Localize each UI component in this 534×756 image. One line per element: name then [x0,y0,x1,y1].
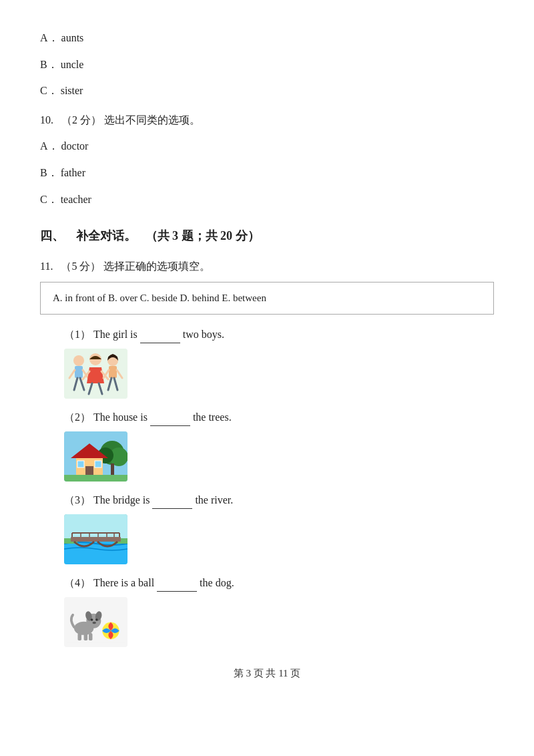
option-label: A． [40,32,59,43]
option-label: A． [40,140,59,152]
svg-rect-27 [77,461,84,467]
option-text: father [61,167,85,178]
option-text: teacher [61,194,91,205]
svg-point-1 [73,355,84,366]
question-score: （2 分） [61,114,101,126]
option-10a: A． doctor [40,138,494,155]
svg-rect-2 [75,366,83,378]
option-label: B． [40,167,58,178]
answer-options-box: A. in front of B. over C. beside D. behi… [40,282,494,315]
svg-rect-23 [111,463,114,476]
footer-text: 第 3 页 共 11 页 [234,668,301,679]
question-number: 10. [40,114,53,126]
question-score: （5 分） [61,260,101,272]
svg-point-50 [92,622,95,624]
sub-question-1: （1） The girl is two boys. [64,325,494,343]
sub-q-text-after: the dog. [200,577,234,588]
sub-question-2: （2） The house is the trees. [64,408,494,426]
sub-q-text-before: There is a ball [93,577,154,588]
svg-point-48 [91,618,93,621]
question-number: 11. [40,260,53,272]
svg-rect-29 [64,475,127,482]
svg-point-49 [95,618,98,621]
sub-q-text-after: the river. [195,494,233,506]
option-text: aunts [61,32,84,43]
svg-rect-14 [109,366,117,378]
sub-q-number: （1） [64,329,91,340]
sub-q-text-after: the trees. [193,411,232,423]
sub-question-3: （3） The bridge is the river. [64,491,494,509]
sub-q-number: （4） [64,577,91,588]
option-text: doctor [61,140,89,152]
svg-marker-8 [87,367,104,383]
svg-rect-52 [84,633,87,640]
svg-rect-34 [71,537,121,542]
option-10b: B． father [40,164,494,182]
option-9b: B． uncle [40,56,494,73]
option-label: C． [40,85,58,96]
option-text: sister [61,85,83,96]
question-instruction: 选择正确的选项填空。 [103,260,210,272]
answer-options-text: A. in front of B. over C. beside D. behi… [53,293,266,303]
sub-q-number: （2） [64,411,91,423]
question-instruction: 选出不同类的选项。 [104,114,200,126]
option-label: B． [40,59,58,70]
sub-q-text-before: The bridge is [93,494,150,506]
sub-q-text-after: two boys. [183,329,224,340]
blank-1[interactable] [140,331,180,343]
blank-4[interactable] [157,580,197,592]
option-9a: A． aunts [40,29,494,47]
option-text: uncle [61,59,84,70]
blank-2[interactable] [150,414,190,426]
image-house [64,431,127,482]
question-10: 10. （2 分） 选出不同类的选项。 [40,112,494,129]
svg-rect-51 [77,633,81,640]
image-dogball [64,597,127,647]
sub-q-text-before: The house is [93,411,148,423]
section-four-heading: 四、 补全对话。 （共 3 题；共 20 分） [40,226,494,246]
image-kids [64,349,127,399]
blank-3[interactable] [152,497,192,509]
sub-q-text-before: The girl is [93,329,138,340]
svg-rect-53 [89,633,92,640]
svg-rect-28 [95,461,101,467]
sub-q-number: （3） [64,494,91,506]
option-label: C． [40,194,58,205]
image-bridge [64,514,127,564]
option-10c: C． teacher [40,191,494,208]
option-9c: C． sister [40,82,494,100]
question-11: 11. （5 分） 选择正确的选项填空。 [40,258,494,275]
page-footer: 第 3 页 共 11 页 [40,667,494,680]
sub-question-4: （4） There is a ball the dog. [64,574,494,592]
